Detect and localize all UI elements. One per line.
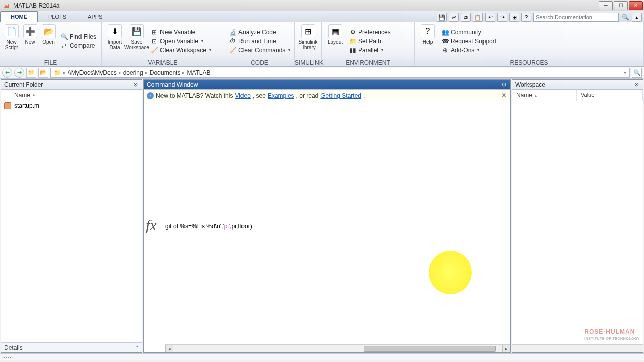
ws-scrollbar[interactable] [512, 344, 643, 352]
compare-button[interactable]: ⇄Compare [59, 42, 98, 50]
sort-asc-icon: ▲ [534, 94, 538, 98]
back-button[interactable]: ⬅ [2, 68, 12, 78]
scroll-left-button[interactable]: ◂ [165, 345, 173, 352]
qat-redo-icon[interactable]: ↷ [497, 13, 507, 22]
parallel-button[interactable]: ▮▮Parallel▾ [347, 46, 393, 54]
tab-plots[interactable]: PLOTS [38, 11, 77, 22]
open-variable-button[interactable]: ⊡Open Variable▾ [149, 37, 213, 45]
highlight-circle [429, 251, 472, 294]
qat-paste-icon[interactable]: 📋 [473, 13, 483, 22]
current-folder-columns[interactable]: Name▲ [1, 90, 142, 100]
open-button[interactable]: 📂Open [40, 23, 57, 59]
sort-asc-icon: ▲ [32, 93, 36, 97]
qat-cut-icon[interactable]: ✂ [449, 13, 459, 22]
chevron-up-icon: ⌃ [135, 345, 139, 350]
horizontal-scrollbar[interactable]: ◂ ▸ [165, 344, 510, 352]
current-folder-header: Current Folder ⊙ [1, 80, 142, 90]
toolstrip-tabs: HOME PLOTS APPS 💾 ✂ ⧉ 📋 ↶ ↷ ⊞ ? 🔍 ▴ [0, 11, 644, 22]
import-data-button[interactable]: ⬇Import Data [105, 23, 125, 59]
matlab-logo-icon [3, 2, 10, 9]
addons-icon: ⊕ [442, 47, 449, 54]
qat-undo-icon[interactable]: ↶ [485, 13, 495, 22]
preferences-button[interactable]: ⚙Preferences [347, 28, 393, 36]
search-icon[interactable]: 🔍 [621, 13, 630, 22]
current-path[interactable]: 📁 ▸ \\MyDocs\MyDocs▸ doering▸ Documents▸… [50, 68, 630, 78]
file-item[interactable]: startup.m [4, 101, 139, 110]
tab-apps[interactable]: APPS [77, 11, 113, 22]
new-var-icon: ⊞ [151, 29, 158, 36]
window-title: MATLAB R2014a [13, 2, 599, 9]
command-window-panel: Command Window ⊙ i New to MATLAB? Watch … [143, 79, 511, 353]
grip-icon: ▪▪▪▪ [3, 355, 12, 360]
support-icon: ☎ [442, 38, 449, 45]
setpath-icon: 📁 [349, 38, 356, 45]
panel-menu-button[interactable]: ⊙ [500, 81, 507, 88]
new-button[interactable]: ➕New [22, 23, 38, 59]
quick-access-toolbar: 💾 ✂ ⧉ 📋 ↶ ↷ ⊞ ? 🔍 ▴ [437, 13, 644, 22]
request-support-button[interactable]: ☎Request Support [440, 37, 498, 45]
details-header[interactable]: Details ⌃ [1, 342, 142, 352]
panel-menu-button[interactable]: ⊙ [132, 81, 139, 88]
compare-icon: ⇄ [61, 42, 68, 49]
group-simulink: SIMULINK [295, 59, 322, 66]
clear-cmd-icon: 🧹 [229, 47, 236, 54]
main-layout: Current Folder ⊙ Name▲ startup.m Details… [0, 79, 644, 353]
group-file: FILE [0, 59, 102, 66]
add-ons-button[interactable]: ⊕Add-Ons▾ [440, 46, 498, 54]
set-path-button[interactable]: 📁Set Path [347, 37, 393, 45]
ws-name-column[interactable]: Name▲ [512, 90, 577, 101]
workspace-list: ROSE-HULMAN INSTITUTE OF TECHNOLOGY [512, 101, 643, 344]
clear-commands-button[interactable]: 🧹Clear Commands▾ [227, 46, 292, 54]
clear-workspace-button[interactable]: 🧹Clear Workspace▾ [149, 46, 213, 54]
maximize-button[interactable]: ☐ [614, 1, 628, 10]
workspace-columns: Name▲ Value [512, 90, 643, 101]
collapse-ribbon-button[interactable]: ▴ [632, 13, 642, 22]
path-search-button[interactable]: 🔍 [632, 68, 642, 78]
run-and-time-button[interactable]: ⏱Run and Time [227, 37, 292, 45]
clear-ws-icon: 🧹 [151, 47, 158, 54]
minimize-button[interactable]: ─ [599, 1, 613, 10]
simulink-library-button[interactable]: ⊞Simulink Library [298, 23, 318, 59]
layout-button[interactable]: ▦Layout [325, 23, 345, 59]
welcome-banner: i New to MATLAB? Watch this Video, see E… [144, 90, 510, 101]
file-list: startup.m [1, 100, 142, 342]
analyze-code-button[interactable]: 🔬Analyze Code [227, 28, 292, 36]
scroll-thumb[interactable] [364, 346, 496, 352]
folder-icon: 📁 [54, 69, 61, 76]
close-button[interactable]: ✕ [629, 1, 643, 10]
status-bar: ▪▪▪▪ [0, 353, 644, 360]
qat-help-icon[interactable]: ? [521, 13, 531, 22]
search-input[interactable] [533, 13, 619, 22]
new-variable-button[interactable]: ⊞New Variable [149, 28, 213, 36]
find-files-button[interactable]: 🔍Find Files [59, 33, 98, 41]
title-bar: MATLAB R2014a ─ ☐ ✕ [0, 0, 644, 11]
command-window-header: Command Window ⊙ [144, 80, 510, 90]
group-environment: ENVIRONMENT [322, 59, 415, 66]
ribbon: 📄New Script ➕New 📂Open 🔍Find Files ⇄Comp… [0, 22, 644, 59]
panel-menu-button[interactable]: ⊙ [633, 81, 640, 88]
fx-prompt-icon[interactable]: fx [146, 217, 157, 234]
forward-button[interactable]: ➡ [14, 68, 24, 78]
up-folder-button[interactable]: 📁 [26, 68, 36, 78]
command-window-body[interactable]: fx git of %s=%f is %d\n','pi',pi,floor) … [144, 101, 510, 352]
qat-copy-icon[interactable]: ⧉ [461, 13, 471, 22]
ribbon-group-labels: FILE VARIABLE CODE SIMULINK ENVIRONMENT … [0, 59, 644, 67]
examples-link[interactable]: Examples [268, 92, 294, 99]
qat-save-icon[interactable]: 💾 [437, 13, 447, 22]
community-button[interactable]: 👥Community [440, 28, 498, 36]
video-link[interactable]: Video [235, 92, 250, 99]
help-button[interactable]: ?Help [418, 23, 438, 59]
group-resources: RESOURCES [415, 59, 644, 66]
analyze-icon: 🔬 [229, 29, 236, 36]
getting-started-link[interactable]: Getting Started [320, 92, 361, 99]
new-script-button[interactable]: 📄New Script [3, 23, 20, 59]
close-banner-button[interactable]: ✕ [500, 92, 507, 99]
workspace-header: Workspace ⊙ [512, 80, 643, 90]
save-workspace-button[interactable]: 💾Save Workspace [127, 23, 147, 59]
scroll-right-button[interactable]: ▸ [502, 345, 510, 352]
tab-home[interactable]: HOME [0, 11, 38, 22]
qat-switch-icon[interactable]: ⊞ [509, 13, 519, 22]
name-column: Name [14, 92, 30, 99]
ws-value-column[interactable]: Value [577, 90, 643, 101]
browse-button[interactable]: 📂 [38, 68, 48, 78]
